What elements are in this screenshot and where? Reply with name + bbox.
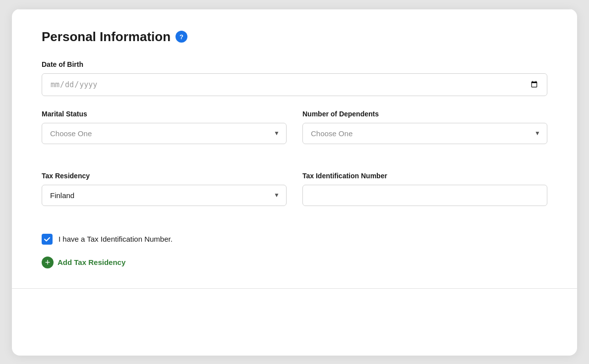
marital-status-select[interactable]: Choose One Single Married Divorced Widow… [42, 123, 287, 144]
marital-dependents-row: Marital Status Choose One Single Married… [42, 110, 547, 158]
tax-residency-group: Tax Residency Finland Sweden Norway Denm… [42, 172, 287, 206]
dependents-select[interactable]: Choose One 0 1 2 3 4 5+ [302, 123, 547, 144]
help-icon[interactable]: ? [176, 31, 187, 43]
bottom-divider [12, 288, 577, 289]
tax-residency-select[interactable]: Finland Sweden Norway Denmark Germany [42, 185, 287, 206]
tax-residency-row: Tax Residency Finland Sweden Norway Denm… [42, 172, 547, 220]
marital-status-select-wrapper: Choose One Single Married Divorced Widow… [42, 123, 287, 144]
date-of-birth-group: Date of Birth [42, 60, 547, 96]
marital-status-group: Marital Status Choose One Single Married… [42, 110, 287, 144]
tax-residency-select-wrapper: Finland Sweden Norway Denmark Germany ▼ [42, 185, 287, 206]
checkmark-icon [44, 236, 51, 243]
dependents-group: Number of Dependents Choose One 0 1 2 3 … [302, 110, 547, 144]
section-title: Personal Information [42, 29, 171, 45]
add-tax-residency-button[interactable]: + Add Tax Residency [42, 257, 125, 268]
tax-residency-label: Tax Residency [42, 172, 287, 180]
add-tax-residency-icon: + [42, 257, 54, 268]
tax-id-label: Tax Identification Number [302, 172, 547, 180]
marital-status-label: Marital Status [42, 110, 287, 118]
dependents-label: Number of Dependents [302, 110, 547, 118]
add-tax-residency-label: Add Tax Residency [58, 258, 125, 266]
tax-id-input[interactable] [302, 185, 547, 206]
tax-id-checkbox-label: I have a Tax Identification Number. [59, 235, 173, 243]
section-header: Personal Information ? [42, 29, 547, 45]
personal-information-card: Personal Information ? Date of Birth Mar… [12, 9, 577, 356]
tax-id-checkbox[interactable] [42, 234, 53, 245]
tax-id-checkbox-row: I have a Tax Identification Number. [42, 234, 547, 245]
date-of-birth-input[interactable] [42, 73, 547, 96]
date-input-wrapper [42, 73, 547, 96]
dependents-select-wrapper: Choose One 0 1 2 3 4 5+ ▼ [302, 123, 547, 144]
tax-id-group: Tax Identification Number [302, 172, 547, 206]
date-of-birth-label: Date of Birth [42, 60, 547, 68]
